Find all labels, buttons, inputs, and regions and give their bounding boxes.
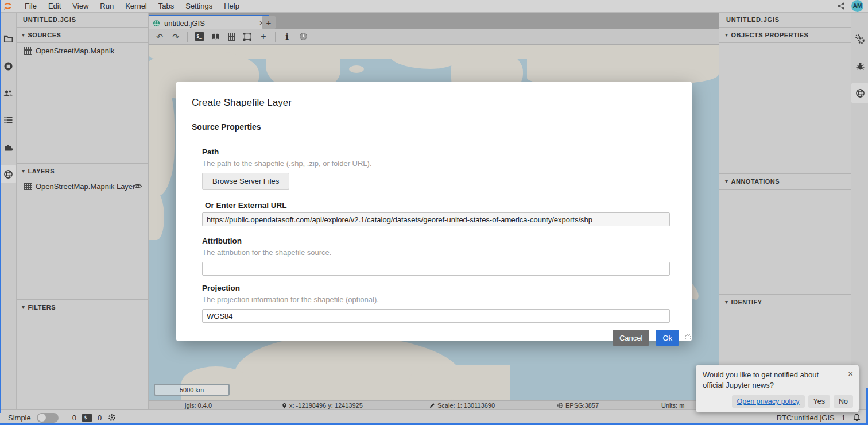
tab-untitled-jgis[interactable]: untitled.jGIS × xyxy=(148,15,269,30)
layer-item-label: OpenStreetMap.Mapnik Layer xyxy=(36,182,135,191)
toolbar-separator xyxy=(187,32,188,42)
menu-tabs[interactable]: Tabs xyxy=(153,0,180,12)
menu-kernel[interactable]: Kernel xyxy=(119,0,153,12)
ok-button[interactable]: Ok xyxy=(656,330,679,346)
property-inspector-icon[interactable] xyxy=(853,31,867,47)
pencil-icon xyxy=(429,402,436,409)
section-identify-label: IDENTIFY xyxy=(731,295,762,310)
browse-server-files-button[interactable]: Browse Server Files xyxy=(202,173,289,190)
jupyter-news-notification: Would you like to get notified about off… xyxy=(696,365,859,412)
dialog-subtitle: Source Properties xyxy=(192,122,680,132)
temporal-controller-button[interactable] xyxy=(296,30,310,44)
source-item-openstreetmap[interactable]: OpenStreetMap.Mapnik xyxy=(16,44,148,57)
new-raster-layer-button[interactable] xyxy=(224,30,238,44)
map-projection-epsg: EPSG:3857 xyxy=(557,401,599,410)
left-activity-bar xyxy=(0,12,17,409)
map-units: Units: m xyxy=(661,401,684,410)
simple-mode-toggle[interactable] xyxy=(37,413,59,423)
table-of-contents-icon[interactable] xyxy=(1,112,15,128)
collaborators-icon[interactable] xyxy=(1,85,15,101)
no-button[interactable]: No xyxy=(834,395,853,408)
attribution-description: The attribution for the shapefile source… xyxy=(202,248,680,257)
toolbar-separator xyxy=(275,32,276,42)
section-annotations[interactable]: ▾ ANNOTATIONS xyxy=(719,173,851,190)
jupyter-logo-icon xyxy=(3,2,12,10)
bell-icon[interactable] xyxy=(852,413,861,422)
right-panel-title: UNTITLED.JGIS xyxy=(719,12,851,28)
attribution-field-group: Attribution The attribution for the shap… xyxy=(202,237,680,276)
kernels-icon[interactable] xyxy=(107,413,117,422)
redo-button[interactable]: ↷ xyxy=(169,30,183,44)
menu-edit[interactable]: Edit xyxy=(42,0,67,12)
external-url-input[interactable] xyxy=(202,212,670,226)
attribution-input[interactable] xyxy=(202,262,670,276)
cancel-button[interactable]: Cancel xyxy=(613,330,649,346)
section-sources-label: SOURCES xyxy=(28,28,61,42)
menu-run[interactable]: Run xyxy=(94,0,119,12)
caret-down-icon: ▾ xyxy=(725,174,728,189)
left-panel-title: UNTITLED.JGIS xyxy=(16,12,148,28)
map-land xyxy=(389,45,458,69)
layer-item-openstreetmap[interactable]: OpenStreetMap.Mapnik Layer xyxy=(16,179,148,193)
path-label: Path xyxy=(202,148,680,156)
raster-grid-icon xyxy=(228,33,235,41)
section-objects-properties-label: OBJECTS PROPERTIES xyxy=(731,28,809,42)
jgis-doc-globe-icon xyxy=(153,20,160,27)
console-button[interactable]: $_ xyxy=(192,30,206,44)
menu-settings[interactable]: Settings xyxy=(180,0,218,12)
share-icon[interactable] xyxy=(837,2,846,10)
tab-bar: untitled.jGIS × + xyxy=(148,12,719,29)
section-annotations-label: ANNOTATIONS xyxy=(731,174,780,189)
caret-down-icon: ▾ xyxy=(725,28,728,42)
jgis-right-panel-icon[interactable] xyxy=(851,83,868,103)
menu-view[interactable]: View xyxy=(67,0,94,12)
section-filters-label: FILTERS xyxy=(28,300,56,315)
menu-file[interactable]: File xyxy=(19,0,42,12)
new-basemap-button[interactable] xyxy=(208,30,222,44)
caret-down-icon: ▾ xyxy=(725,295,728,310)
caret-down-icon: ▾ xyxy=(22,164,25,179)
external-url-field-group: Or Enter External URL xyxy=(202,201,680,226)
debugger-icon[interactable] xyxy=(853,58,867,74)
projection-field-group: Projection The projection information fo… xyxy=(202,284,680,323)
section-layers[interactable]: ▾ LAYERS xyxy=(16,163,148,179)
jgis-panel-icon[interactable] xyxy=(0,165,16,183)
section-filters[interactable]: ▾ FILTERS xyxy=(16,299,148,315)
right-activity-bar xyxy=(851,12,868,409)
attribution-label: Attribution xyxy=(202,237,680,245)
map-land xyxy=(148,76,175,197)
map-scale-bar: 5000 km xyxy=(154,384,230,396)
projection-input[interactable] xyxy=(202,309,670,323)
open-privacy-policy-button[interactable]: Open privacy policy xyxy=(732,395,805,408)
projection-label: Projection xyxy=(202,284,680,292)
new-tab-button[interactable]: + xyxy=(262,16,276,29)
map-land xyxy=(349,65,364,73)
right-sidebar: UNTITLED.JGIS ▾ OBJECTS PROPERTIES ▾ ANN… xyxy=(719,12,851,409)
running-kernels-icon[interactable] xyxy=(1,58,15,74)
identify-button[interactable]: i xyxy=(280,30,294,44)
add-layer-button[interactable]: + xyxy=(257,30,270,44)
section-identify[interactable]: ▾ IDENTIFY xyxy=(719,294,851,310)
menu-help[interactable]: Help xyxy=(218,0,245,12)
location-pin-icon xyxy=(281,402,288,409)
file-browser-icon[interactable] xyxy=(1,30,15,47)
yes-button[interactable]: Yes xyxy=(808,395,830,408)
toggle-knob xyxy=(38,414,46,422)
notification-close-icon[interactable]: × xyxy=(848,369,853,378)
path-description: The path to the shapefile (.shp, .zip, o… xyxy=(202,159,680,168)
dialog-resize-handle[interactable] xyxy=(685,334,691,339)
path-field-group: Path The path to the shapefile (.shp, .z… xyxy=(202,148,680,201)
rtc-session-label: RTC:untitled.jGIS xyxy=(777,414,835,422)
map-land xyxy=(527,45,719,84)
section-sources[interactable]: ▾ SOURCES xyxy=(16,27,148,43)
user-avatar[interactable]: AM xyxy=(851,0,863,12)
new-vector-layer-button[interactable] xyxy=(241,30,254,44)
extension-manager-icon[interactable] xyxy=(1,139,15,155)
dialog-title: Create Shapefile Layer xyxy=(192,97,680,109)
layer-visibility-eye-icon[interactable] xyxy=(133,181,142,191)
section-objects-properties[interactable]: ▾ OBJECTS PROPERTIES xyxy=(719,27,851,43)
external-url-label: Or Enter External URL xyxy=(205,201,680,210)
undo-button[interactable]: ↶ xyxy=(153,30,166,44)
info-glyph: i xyxy=(285,32,289,42)
terminals-icon[interactable]: $_ xyxy=(82,414,92,422)
